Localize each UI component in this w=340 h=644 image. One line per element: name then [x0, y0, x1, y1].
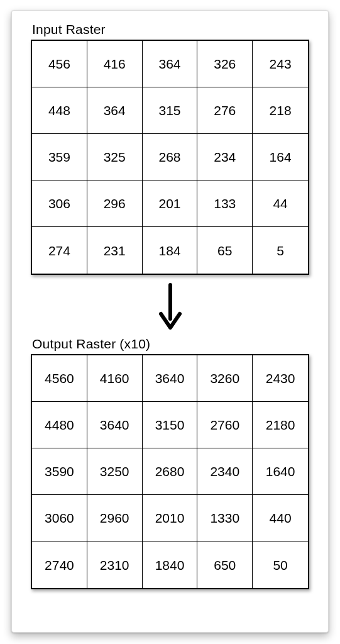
output-raster-title: Output Raster (x10) — [32, 336, 309, 352]
output-raster-cell: 3260 — [197, 355, 253, 402]
output-raster-cell: 1840 — [143, 541, 198, 588]
output-raster-grid: 4560416036403260243044803640315027602180… — [31, 354, 309, 589]
input-raster-cell: 364 — [87, 87, 143, 134]
output-raster-block: Output Raster (x10) 45604160364032602430… — [31, 336, 309, 589]
output-raster-cell: 650 — [197, 541, 253, 588]
input-raster-cell: 243 — [253, 41, 308, 87]
input-raster-cell: 65 — [197, 227, 253, 274]
input-raster-cell: 164 — [253, 134, 308, 180]
input-raster-block: Input Raster 456416364326243448364315276… — [31, 22, 309, 275]
input-raster-cell: 5 — [253, 227, 308, 274]
input-raster-cell: 364 — [143, 41, 198, 87]
output-raster-cell: 4560 — [32, 355, 87, 402]
input-raster-cell: 218 — [253, 87, 308, 134]
input-raster-title: Input Raster — [32, 22, 309, 37]
output-raster-cell: 1330 — [197, 495, 253, 541]
input-raster-cell: 306 — [32, 180, 87, 227]
output-raster-cell: 3250 — [87, 448, 143, 495]
output-raster-cell: 2340 — [197, 448, 253, 495]
output-raster-cell: 2310 — [87, 541, 143, 588]
input-raster-cell: 234 — [197, 134, 253, 180]
output-raster-cell: 3640 — [143, 355, 198, 402]
panel: Input Raster 456416364326243448364315276… — [11, 10, 329, 633]
output-raster-cell: 2430 — [253, 355, 308, 402]
input-raster-grid: 4564163643262434483643152762183593252682… — [31, 40, 309, 275]
input-raster-cell: 276 — [197, 87, 253, 134]
output-raster-cell: 440 — [253, 495, 308, 541]
input-raster-cell: 184 — [143, 227, 198, 274]
input-raster-cell: 416 — [87, 41, 143, 87]
input-raster-cell: 274 — [32, 227, 87, 274]
output-raster-cell: 4160 — [87, 355, 143, 402]
input-raster-cell: 359 — [32, 134, 87, 180]
input-raster-cell: 268 — [143, 134, 198, 180]
output-raster-cell: 4480 — [32, 402, 87, 448]
output-raster-cell: 3590 — [32, 448, 87, 495]
output-raster-cell: 2180 — [253, 402, 308, 448]
output-raster-cell: 2740 — [32, 541, 87, 588]
output-raster-cell: 2680 — [143, 448, 198, 495]
down-arrow-icon — [156, 282, 185, 331]
page: Input Raster 456416364326243448364315276… — [0, 0, 340, 644]
output-raster-cell: 3150 — [143, 402, 198, 448]
input-raster-cell: 44 — [253, 180, 308, 227]
input-raster-cell: 133 — [197, 180, 253, 227]
output-raster-cell: 50 — [253, 541, 308, 588]
input-raster-cell: 296 — [87, 180, 143, 227]
input-raster-cell: 456 — [32, 41, 87, 87]
output-raster-cell: 2010 — [143, 495, 198, 541]
output-raster-cell: 3640 — [87, 402, 143, 448]
output-raster-cell: 2760 — [197, 402, 253, 448]
output-raster-cell: 3060 — [32, 495, 87, 541]
output-raster-cell: 1640 — [253, 448, 308, 495]
output-raster-cell: 2960 — [87, 495, 143, 541]
input-raster-cell: 326 — [197, 41, 253, 87]
input-raster-cell: 315 — [143, 87, 198, 134]
input-raster-cell: 201 — [143, 180, 198, 227]
input-raster-cell: 448 — [32, 87, 87, 134]
arrow-wrap — [31, 275, 309, 336]
input-raster-cell: 325 — [87, 134, 143, 180]
input-raster-cell: 231 — [87, 227, 143, 274]
